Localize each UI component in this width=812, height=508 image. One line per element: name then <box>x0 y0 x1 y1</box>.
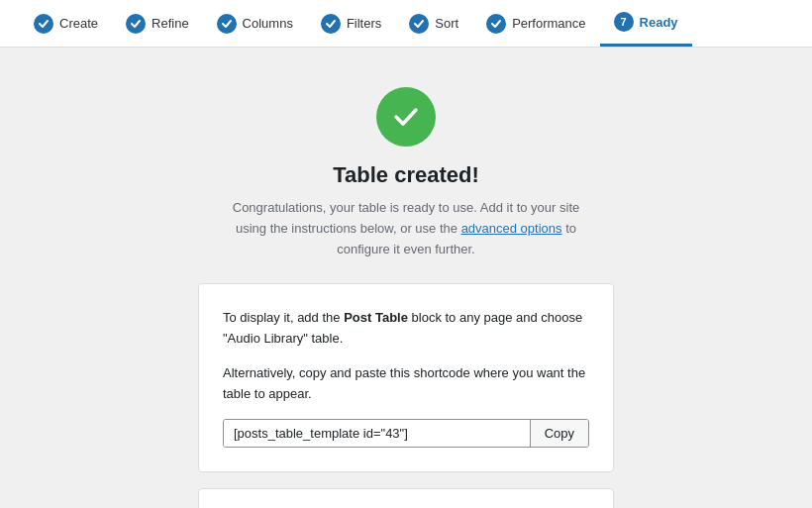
step-create-check <box>34 14 53 34</box>
step-refine-label: Refine <box>152 16 189 31</box>
manage-tables-link[interactable]: Manage tables › <box>199 489 613 508</box>
instruction-card: To display it, add the Post Table block … <box>198 283 614 471</box>
shortcode-row: Copy <box>223 419 589 448</box>
link-card: Manage tables › Create another table › <box>198 488 614 508</box>
step-sort-label: Sort <box>435 16 458 31</box>
step-sort[interactable]: Sort <box>395 0 472 47</box>
step-filters[interactable]: Filters <box>307 0 395 47</box>
success-icon <box>376 87 436 147</box>
card-paragraph-2: Alternatively, copy and paste this short… <box>223 363 589 405</box>
manage-tables-arrow-icon: › <box>587 505 593 508</box>
step-ready[interactable]: 7 Ready <box>600 0 692 47</box>
copy-button[interactable]: Copy <box>530 420 588 447</box>
step-ready-label: Ready <box>640 15 678 30</box>
subtitle-text: Congratulations, your table is ready to … <box>218 198 594 259</box>
step-performance-label: Performance <box>512 16 585 31</box>
step-refine-check <box>126 14 146 34</box>
steps-bar: Create Refine Columns Filters Sort Perfo… <box>0 0 812 48</box>
step-filters-check <box>321 14 341 34</box>
step-ready-number: 7 <box>614 12 634 32</box>
post-table-bold: Post Table <box>344 310 408 325</box>
step-columns-label: Columns <box>243 16 293 31</box>
step-create-label: Create <box>59 16 98 31</box>
step-refine[interactable]: Refine <box>112 0 203 47</box>
page-title: Table created! <box>333 162 479 188</box>
step-sort-check <box>409 14 429 34</box>
step-columns[interactable]: Columns <box>203 0 307 47</box>
step-performance[interactable]: Performance <box>472 0 599 47</box>
main-content: Table created! Congratulations, your tab… <box>0 48 812 508</box>
step-columns-check <box>217 14 237 34</box>
card-paragraph-1: To display it, add the Post Table block … <box>223 308 589 350</box>
step-filters-label: Filters <box>347 16 381 31</box>
shortcode-input[interactable] <box>224 420 530 447</box>
step-performance-check <box>486 14 506 34</box>
step-create[interactable]: Create <box>20 0 112 47</box>
advanced-options-link[interactable]: advanced options <box>461 221 562 236</box>
